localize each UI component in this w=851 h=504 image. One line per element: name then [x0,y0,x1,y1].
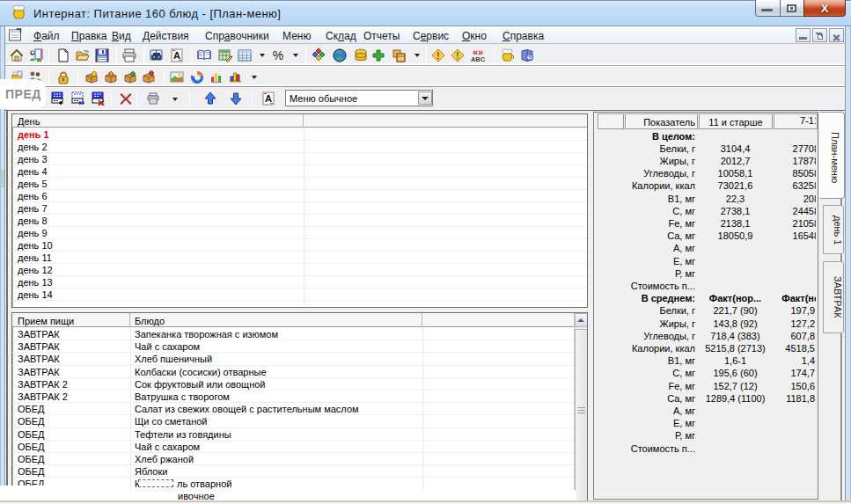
svg-text:%: % [273,48,283,62]
svg-text:ABC: ABC [471,55,485,63]
svg-text:?: ? [528,55,532,61]
svg-text:А: А [173,50,180,61]
svg-text:А: А [265,93,272,104]
